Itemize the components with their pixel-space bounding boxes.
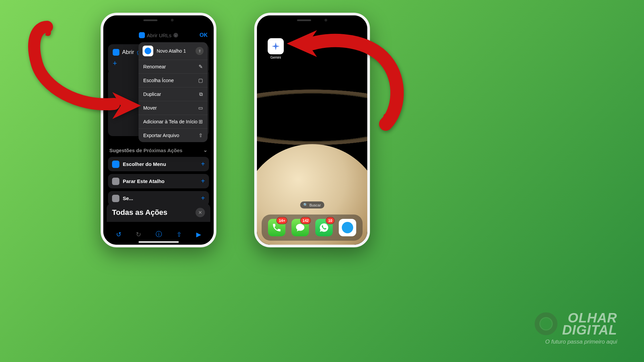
suggestions-list: Escolher do Menu + Parar Este Atalho + S…	[108, 157, 209, 208]
redo-icon: ↻	[136, 231, 141, 238]
add-to-home-icon: ⊞	[199, 119, 203, 125]
pencil-icon: ✎	[199, 64, 203, 70]
add-button[interactable]: +	[201, 160, 205, 168]
suggestion-label: Parar Este Atalho	[123, 178, 198, 184]
search-icon: 🔍	[303, 203, 308, 207]
suggestion-item[interactable]: Parar Este Atalho +	[108, 174, 209, 188]
menu-add-to-home[interactable]: Adicionar à Tela de Início ⊞	[139, 115, 208, 129]
ok-button[interactable]: OK	[200, 32, 208, 38]
chevron-down-icon[interactable]: ⌄	[173, 33, 178, 38]
app-label: Gemini	[267, 56, 284, 59]
menu-rename[interactable]: Renomear ✎	[139, 60, 208, 74]
home-indicator[interactable]	[139, 241, 179, 243]
add-button[interactable]: +	[201, 177, 205, 185]
menu-export-file[interactable]: Exportar Arquivo ⇧	[139, 129, 208, 142]
search-label: Buscar	[309, 203, 321, 207]
suggestion-label: Se...	[123, 195, 198, 201]
share-icon[interactable]: ⇧	[196, 47, 204, 55]
badge: 142	[300, 217, 311, 224]
close-icon[interactable]: ✕	[196, 208, 205, 217]
gemini-icon	[268, 38, 284, 54]
spotlight-search[interactable]: 🔍 Buscar	[300, 201, 324, 208]
if-icon	[112, 195, 119, 202]
share-icon[interactable]: ⇧	[176, 231, 182, 238]
arrow-indicator-right	[285, 23, 406, 139]
suggestions-title: Sugestões de Próximas Ações	[109, 147, 182, 153]
messages-app[interactable]: 142	[291, 219, 309, 236]
menu-choose-icon[interactable]: Escolha Ícone ▢	[139, 74, 208, 87]
menu-move[interactable]: Mover ▭	[139, 101, 208, 115]
folder-icon: ▭	[198, 105, 203, 111]
header-title[interactable]: Abrir URLs	[147, 33, 171, 38]
badge: 10	[326, 217, 334, 224]
editor-toolbar: ↺ ↻ ⓘ ⇧ ▶	[103, 230, 214, 239]
undo-icon[interactable]: ↺	[116, 231, 121, 238]
brand-name-2: DIGITAL	[562, 324, 617, 336]
brand-name-1: OLHAR	[562, 312, 617, 324]
arrow-indicator-left	[27, 20, 148, 132]
safari-app[interactable]	[339, 219, 356, 236]
brand-logo: OLHAR DIGITAL O futuro passa primeiro aq…	[535, 312, 617, 345]
menu-icon	[112, 161, 119, 168]
suggestions-header[interactable]: Sugestões de Próximas Ações ⌄	[109, 147, 208, 153]
info-icon[interactable]: ⓘ	[156, 230, 162, 239]
chevron-down-icon: ⌄	[203, 147, 208, 153]
add-button[interactable]: +	[201, 194, 205, 202]
play-icon[interactable]: ▶	[196, 231, 201, 238]
suggestion-item[interactable]: Escolher do Menu +	[108, 157, 209, 171]
all-actions-sheet[interactable]: Todas as Ações ✕	[107, 203, 210, 222]
shortcut-name: Novo Atalho 1	[157, 48, 192, 54]
shortcut-context-menu: Novo Atalho 1 ⇧ Renomear ✎ Escolha Ícone…	[139, 42, 208, 142]
stop-icon	[112, 178, 119, 185]
menu-item-label: Exportar Arquivo	[143, 133, 179, 138]
menu-header: Novo Atalho 1 ⇧	[139, 42, 208, 60]
suggestion-label: Escolher do Menu	[123, 161, 198, 167]
export-icon: ⇧	[199, 132, 203, 138]
all-actions-title: Todas as Ações	[112, 208, 167, 217]
whatsapp-app[interactable]: 10	[315, 219, 333, 236]
badge: 14+	[276, 217, 287, 224]
brand-tagline: O futuro passa primeiro aqui	[535, 339, 617, 345]
phone-app[interactable]: 14+	[268, 219, 285, 236]
dock: 14+ 142 10	[262, 215, 363, 241]
logo-mark	[535, 312, 557, 335]
gemini-shortcut-icon[interactable]: Gemini	[267, 38, 284, 59]
menu-item-label: Adicionar à Tela de Início	[143, 119, 198, 124]
duplicate-icon: ⧉	[199, 91, 203, 97]
menu-duplicate[interactable]: Duplicar ⧉	[139, 87, 208, 101]
image-icon: ▢	[198, 77, 203, 83]
menu-item-label: Escolha Ícone	[143, 78, 174, 83]
